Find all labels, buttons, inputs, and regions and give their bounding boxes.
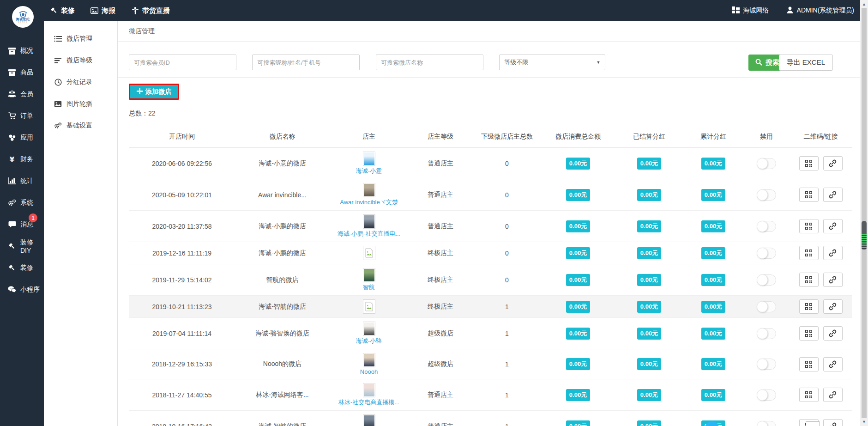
users-icon [8, 90, 16, 98]
avatar[interactable] [363, 152, 375, 166]
owner-link[interactable]: 海诚-小骆 [356, 337, 382, 345]
disable-toggle[interactable] [757, 274, 776, 286]
actions-cell [790, 379, 852, 411]
sidebar-item-系统[interactable]: 系统 [0, 192, 44, 213]
qr-code-button[interactable] [799, 188, 819, 202]
scrollbar-thumb[interactable] [862, 221, 867, 250]
submenu-item-基础设置[interactable]: 基础设置 [44, 115, 117, 136]
qr-code-button[interactable] [799, 357, 819, 371]
shop-name-cell: 海诚-骆智焕的微店 [235, 318, 330, 349]
scrollbar-up-arrow[interactable]: ▲ [860, 0, 868, 8]
actions-cell [790, 411, 852, 426]
qr-code-button[interactable] [799, 326, 819, 341]
avatar[interactable] [363, 353, 375, 367]
avatar[interactable] [363, 268, 375, 282]
qr-code-button[interactable] [799, 246, 819, 260]
submenu-item-微店等级[interactable]: 微店等级 [44, 49, 117, 71]
top-menu-item-3[interactable]: 带货直播 [131, 6, 170, 15]
qr-code-button[interactable] [799, 299, 819, 314]
submenu-item-label: 微店等级 [66, 56, 92, 65]
scrollbar-down-arrow[interactable]: ▼ [860, 418, 868, 426]
disable-toggle[interactable] [757, 359, 776, 370]
nickname-input[interactable] [252, 55, 360, 70]
sidebar-item-装修DIY[interactable]: 装修DIY [0, 235, 44, 257]
disable-toggle[interactable] [757, 248, 776, 259]
disable-toggle[interactable] [757, 421, 776, 426]
avatar[interactable] [363, 383, 375, 397]
owner-link[interactable]: 林冰-社交电商直播模... [338, 398, 399, 407]
sub-shop-count-cell: 0 [473, 264, 541, 296]
avatar-image [364, 184, 374, 196]
copy-link-button[interactable] [823, 246, 843, 260]
sidebar-item-消息[interactable]: 消息1 [0, 213, 44, 235]
owner-cell: Noooh [330, 349, 408, 379]
member-id-input[interactable] [129, 55, 236, 70]
sidebar-item-统计[interactable]: 统计 [0, 170, 44, 192]
top-menu-item-1[interactable]: 装修 [50, 6, 75, 15]
copy-link-button[interactable] [823, 299, 843, 314]
copy-link-button[interactable] [823, 273, 843, 287]
avatar[interactable] [363, 299, 375, 314]
sidebar-item-商品[interactable]: 商品 [0, 61, 44, 83]
copy-link-button[interactable] [823, 156, 843, 170]
qr-code-button[interactable] [799, 388, 819, 402]
sidebar-item-装修[interactable]: 装修 [0, 257, 44, 279]
avatar-image [364, 323, 374, 335]
owner-link[interactable]: 海诚-小鹏-社交直播电... [338, 230, 401, 238]
submenu-item-微店管理[interactable]: 微店管理 [44, 28, 117, 49]
qr-code-button[interactable] [799, 219, 819, 233]
top-menu-item-2[interactable]: 海报 [90, 6, 115, 15]
owner-link[interactable]: Awar invincibleヾ文楚 [340, 198, 398, 207]
shop-name-input[interactable] [376, 55, 483, 70]
sidebar-item-概况[interactable]: 概况 [0, 40, 44, 61]
copy-link-button[interactable] [823, 419, 843, 426]
owner-link[interactable]: 海诚-小意 [356, 167, 382, 175]
avatar[interactable] [363, 246, 375, 260]
copy-link-button[interactable] [823, 188, 843, 202]
scrollbar-progress-stripes [862, 234, 867, 250]
owner-cell: 海诚-小骆 [330, 318, 408, 349]
sidebar-item-应用[interactable]: 应用 [0, 127, 44, 148]
submenu-item-图片轮播[interactable]: 图片轮播 [44, 93, 117, 115]
merchant-menu[interactable]: 海诚网络 [732, 6, 769, 15]
owner-link[interactable]: 智航 [363, 283, 375, 292]
avatar[interactable] [363, 183, 375, 197]
disable-toggle[interactable] [757, 158, 776, 169]
shop-name-cell: 林冰-海诚网络客... [235, 379, 330, 411]
sidebar-item-小程序[interactable]: 小程序 [0, 279, 44, 300]
consume-amount-badge: 0.00元 [566, 189, 590, 201]
copy-link-button[interactable] [823, 357, 843, 371]
avatar-image [364, 354, 374, 366]
top-menu-item-label: 海报 [102, 6, 115, 15]
copy-link-button[interactable] [823, 326, 843, 341]
disable-toggle[interactable] [757, 328, 776, 339]
export-excel-button[interactable]: 导出 EXCEL [779, 55, 833, 71]
disable-toggle[interactable] [757, 389, 776, 401]
qr-code-button[interactable] [799, 156, 819, 170]
copy-link-button[interactable] [823, 219, 843, 233]
pagination-nav-button[interactable] [806, 421, 820, 426]
owner-cell: Awar invincibleヾ文楚 [330, 179, 408, 211]
submenu-item-分红记录[interactable]: 分红记录 [44, 71, 117, 93]
grid-icon [732, 6, 740, 15]
sidebar-item-订单[interactable]: 订单 [0, 105, 44, 127]
copy-link-button[interactable] [823, 388, 843, 402]
brand-logo[interactable]: 海诚世纪 NETHC [12, 6, 34, 28]
scrollbar-track[interactable] [862, 8, 867, 418]
disable-toggle[interactable] [757, 189, 776, 201]
avatar[interactable] [363, 322, 375, 336]
disable-toggle[interactable] [757, 221, 776, 232]
disable-toggle[interactable] [757, 301, 776, 312]
qr-code-button[interactable] [799, 273, 819, 287]
sidebar-item-财务[interactable]: ¥财务 [0, 148, 44, 170]
avatar[interactable] [363, 214, 375, 229]
settled-dividend-cell: 0.00元 [615, 242, 683, 264]
owner-link[interactable]: Noooh [360, 368, 378, 375]
submenu-item-label: 图片轮播 [66, 100, 92, 108]
sidebar-item-会员[interactable]: 会员 [0, 83, 44, 105]
level-select[interactable]: 等级不限 ▼ [499, 55, 605, 70]
admin-account-menu[interactable]: ADMIN(系统管理员) [787, 6, 854, 15]
add-shop-button[interactable]: 添加微店 [129, 84, 179, 100]
avatar[interactable] [363, 414, 375, 426]
disable-cell [743, 179, 790, 211]
